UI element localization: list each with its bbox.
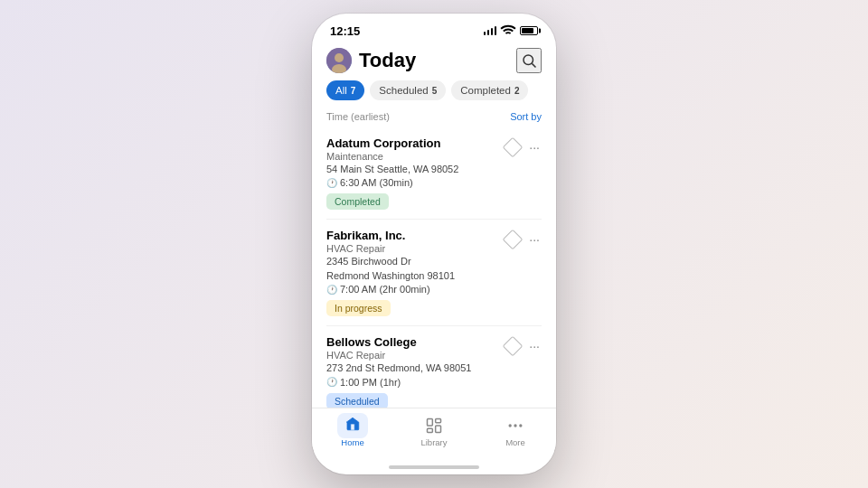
status-badge: Completed [326,193,389,210]
status-time: 12:15 [330,24,360,38]
more-icon [505,416,525,436]
clock-icon: 🕐 [326,285,337,295]
svg-point-9 [509,424,512,427]
phone-frame: 12:15 [312,14,556,474]
job-time: 🕐 6:30 AM (30min) [326,177,496,188]
nav-item-home[interactable]: Home [312,416,393,447]
library-icon-svg [425,417,443,435]
tabs: All 7 Scheduled 5 Completed 2 [312,80,556,108]
job-company: Adatum Corporation [326,136,496,150]
job-card-header: Fabrikam, Inc. HVAC Repair 2345 Birchwoo… [326,229,542,316]
more-icon-svg [506,417,524,435]
time-filter-label: Time (earliest) [326,111,390,122]
bottom-nav: Home Library More [312,408,556,460]
sort-bar: Time (earliest) Sort by [312,108,556,127]
job-type: HVAC Repair [326,243,496,254]
status-bar: 12:15 [312,14,556,42]
navigate-icon[interactable] [504,337,522,355]
search-icon [521,52,537,69]
job-info: Fabrikam, Inc. HVAC Repair 2345 Birchwoo… [326,229,496,316]
nav-label-home: Home [341,437,363,447]
svg-rect-6 [436,419,441,423]
job-info: Adatum Corporation Maintenance 54 Main S… [326,136,496,210]
clock-icon: 🕐 [326,178,337,188]
tab-scheduled[interactable]: Scheduled 5 [370,80,446,100]
more-button[interactable]: ··· [527,338,542,354]
status-badge: Scheduled [326,393,388,408]
avatar[interactable] [326,48,352,73]
job-card-header: Adatum Corporation Maintenance 54 Main S… [326,136,542,210]
job-card: Adatum Corporation Maintenance 54 Main S… [326,127,542,220]
job-actions: ··· [504,229,542,249]
wifi-icon [500,23,516,39]
nav-item-library[interactable]: Library [393,416,475,447]
svg-point-11 [519,424,522,427]
header: Today [312,42,556,80]
job-address: 54 Main St Seattle, WA 98052 [326,163,496,176]
more-button[interactable]: ··· [527,231,542,248]
home-indicator [312,460,556,474]
status-icons [484,23,539,39]
job-actions: ··· [504,335,542,355]
svg-point-10 [514,424,516,427]
home-bar [389,465,479,469]
navigate-icon[interactable] [504,230,522,249]
tab-all[interactable]: All 7 [326,80,364,100]
library-icon [424,416,444,436]
status-badge: In progress [326,300,391,316]
job-list: Adatum Corporation Maintenance 54 Main S… [312,127,556,408]
job-card-header: Bellows College HVAC Repair 273 2nd St R… [326,335,542,408]
home-icon-svg [344,416,361,432]
nav-item-more[interactable]: More [475,416,556,447]
nav-label-more: More [505,437,525,447]
job-company: Fabrikam, Inc. [326,229,496,242]
job-type: HVAC Repair [326,350,496,361]
header-left: Today [326,48,416,73]
signal-bars-icon [484,26,497,35]
job-actions: ··· [504,136,542,156]
job-time: 🕐 1:00 PM (1hr) [326,377,496,388]
nav-label-library: Library [420,437,447,447]
job-type: Maintenance [326,151,496,162]
job-time: 🕐 7:00 AM (2hr 00min) [326,284,496,295]
page-title: Today [359,49,416,72]
home-icon [343,416,363,436]
job-address: 273 2nd St Redmond, WA 98051 [326,361,496,375]
svg-line-4 [532,63,535,67]
job-company: Bellows College [326,335,496,349]
svg-point-3 [524,55,533,65]
job-info: Bellows College HVAC Repair 273 2nd St R… [326,335,496,408]
svg-rect-7 [436,426,441,433]
tab-completed[interactable]: Completed 2 [451,80,528,100]
svg-rect-8 [428,428,433,432]
svg-point-1 [335,53,344,62]
avatar-image [326,48,352,73]
battery-icon [520,26,538,35]
clock-icon: 🕐 [326,377,337,387]
navigate-icon[interactable] [504,138,522,156]
more-button[interactable]: ··· [527,139,542,155]
sort-by-button[interactable]: Sort by [510,111,542,122]
job-card: Bellows College HVAC Repair 273 2nd St R… [326,326,542,408]
job-address: 2345 Birchwood Dr Redmond Washington 981… [326,255,496,283]
search-button[interactable] [516,48,542,73]
job-card: Fabrikam, Inc. HVAC Repair 2345 Birchwoo… [326,220,542,326]
svg-rect-5 [428,419,433,427]
